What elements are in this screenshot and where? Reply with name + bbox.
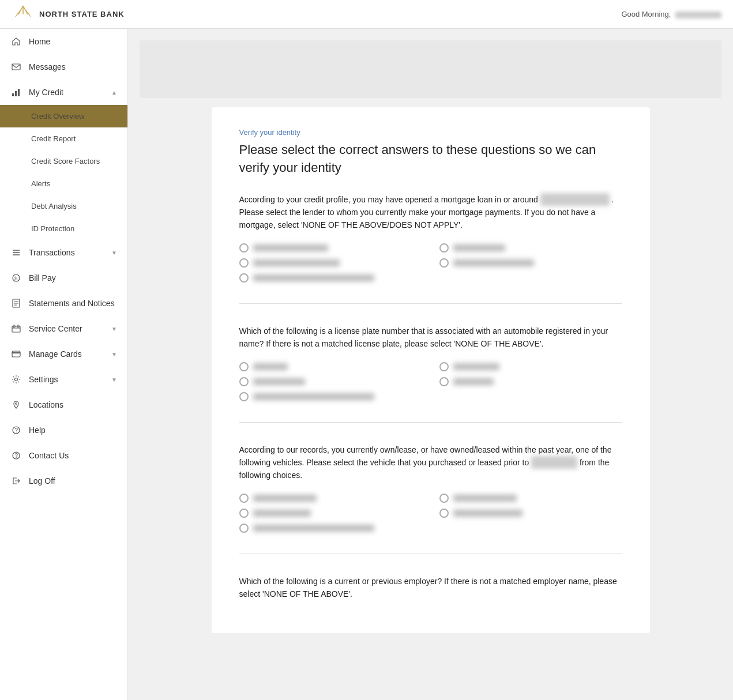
settings-icon [10, 374, 22, 385]
q1-answer-3-text [253, 259, 340, 266]
svg-text:?: ? [15, 453, 18, 459]
sidebar-item-contact-us-label: Contact Us [29, 451, 69, 460]
card-title: Please select the correct answers to the… [239, 141, 622, 177]
sidebar-item-manage-cards-label: Manage Cards [29, 349, 82, 359]
q3-answer-4-text [453, 510, 523, 517]
q3-radio-5[interactable] [239, 524, 249, 533]
q3-answer-3[interactable] [239, 509, 422, 518]
sidebar-item-credit-overview[interactable]: Credit Overview [0, 105, 127, 127]
q3-answer-4[interactable] [439, 509, 622, 518]
sidebar-item-settings[interactable]: Settings ▼ [0, 367, 127, 392]
sidebar-item-credit-score-factors[interactable]: Credit Score Factors [0, 150, 127, 172]
sidebar-item-locations[interactable]: Locations [0, 392, 127, 417]
q1-answer-3[interactable] [239, 258, 422, 268]
svg-point-27 [16, 403, 17, 405]
locations-icon [10, 399, 22, 411]
q1-radio-1[interactable] [239, 243, 249, 253]
q2-radio-3[interactable] [239, 377, 249, 386]
q2-radio-2[interactable] [439, 362, 449, 371]
sidebar-item-messages[interactable]: Messages [0, 54, 127, 80]
manage-cards-icon [10, 348, 22, 360]
q1-radio-5[interactable] [239, 273, 249, 283]
q3-answer-2[interactable] [439, 494, 622, 503]
q3-blur-1 [531, 456, 577, 469]
svg-rect-10 [18, 89, 20, 96]
bill-pay-icon: $ [10, 272, 22, 284]
q2-answer-3[interactable] [239, 377, 422, 386]
top-bar: NORTH STATE BANK Good Morning, [0, 0, 733, 29]
q3-radio-4[interactable] [439, 509, 449, 518]
sidebar-item-credit-overview-label: Credit Overview [31, 112, 84, 121]
q1-answer-1-text [253, 244, 328, 251]
sidebar-item-credit-report[interactable]: Credit Report [0, 127, 127, 150]
sidebar-item-help[interactable]: ? Help [0, 417, 127, 443]
q2-radio-1[interactable] [239, 362, 249, 371]
contact-us-icon: ? [10, 450, 22, 461]
sidebar-item-manage-cards[interactable]: Manage Cards ▼ [0, 341, 127, 367]
bank-name: NORTH STATE BANK [39, 10, 125, 18]
question-2-block: Which of the following is a license plat… [239, 325, 622, 423]
sidebar-item-contact-us[interactable]: ? Contact Us [0, 443, 127, 468]
sidebar-item-my-credit[interactable]: My Credit ▲ [0, 80, 127, 105]
q3-answer-5[interactable] [239, 524, 622, 533]
q3-radio-3[interactable] [239, 509, 249, 518]
sidebar-item-alerts[interactable]: Alerts [0, 172, 127, 195]
q2-radio-4[interactable] [439, 377, 449, 386]
q3-radio-2[interactable] [439, 494, 449, 503]
sidebar-item-log-off[interactable]: Log Off [0, 468, 127, 494]
q1-answer-1[interactable] [239, 243, 422, 253]
sidebar-item-transactions[interactable]: Transactions ▼ [0, 240, 127, 265]
sidebar-item-id-protection-label: ID Protection [31, 224, 74, 233]
help-icon: ? [10, 424, 22, 436]
sidebar-item-debt-analysis[interactable]: Debt Analysis [0, 195, 127, 217]
q3-answer-1[interactable] [239, 494, 422, 503]
q1-radio-2[interactable] [439, 243, 449, 253]
svg-rect-7 [12, 64, 20, 70]
service-center-icon [10, 323, 22, 334]
home-icon [10, 36, 22, 47]
q2-answer-4[interactable] [439, 377, 622, 386]
sidebar-item-home[interactable]: Home [0, 29, 127, 54]
q1-answer-4[interactable] [439, 258, 622, 268]
question-1-text: According to your credit profile, you ma… [239, 193, 622, 232]
q1-answer-4-text [453, 259, 534, 266]
sidebar-item-id-protection[interactable]: ID Protection [0, 217, 127, 240]
question-3-text: According to our records, you currently … [239, 443, 622, 482]
sidebar-item-service-center[interactable]: Service Center ▼ [0, 316, 127, 341]
q3-answer-1-text [253, 495, 317, 502]
q1-answer-5[interactable] [239, 273, 622, 283]
sidebar-item-statements-label: Statements and Notices [29, 299, 115, 308]
q2-answer-5[interactable] [239, 392, 622, 401]
logo-area: NORTH STATE BANK [12, 3, 125, 26]
manage-cards-chevron: ▼ [111, 351, 117, 357]
q3-answer-3-text [253, 510, 311, 517]
q1-radio-3[interactable] [239, 258, 249, 268]
bank-logo-icon [12, 3, 35, 26]
svg-rect-9 [15, 91, 17, 96]
sidebar-item-bill-pay[interactable]: $ Bill Pay [0, 265, 127, 291]
svg-point-26 [15, 378, 18, 381]
q2-answer-1[interactable] [239, 362, 422, 371]
q3-radio-1[interactable] [239, 494, 249, 503]
q1-answer-5-text [253, 274, 374, 281]
q1-radio-4[interactable] [439, 258, 449, 268]
my-credit-icon [10, 86, 22, 98]
q2-radio-5[interactable] [239, 392, 249, 401]
q3-answer-2-text [453, 495, 517, 502]
main-layout: Home Messages My Credit ▲ [0, 29, 733, 700]
q1-answer-2[interactable] [439, 243, 622, 253]
sidebar-item-log-off-label: Log Off [29, 476, 55, 486]
username-blur [675, 12, 721, 18]
q1-answer-2-text [453, 244, 505, 251]
q2-answer-2[interactable] [439, 362, 622, 371]
question-3-block: According to our records, you currently … [239, 443, 622, 554]
q1-answers [239, 243, 622, 283]
svg-line-6 [28, 13, 31, 17]
log-off-icon [10, 475, 22, 487]
q3-answer-5-text [253, 525, 374, 532]
settings-chevron: ▼ [111, 377, 117, 383]
sidebar-item-help-label: Help [29, 426, 46, 435]
service-center-chevron: ▼ [111, 326, 117, 332]
q1-text-1: According to your credit profile, you ma… [239, 195, 540, 204]
sidebar-item-statements[interactable]: Statements and Notices [0, 291, 127, 316]
